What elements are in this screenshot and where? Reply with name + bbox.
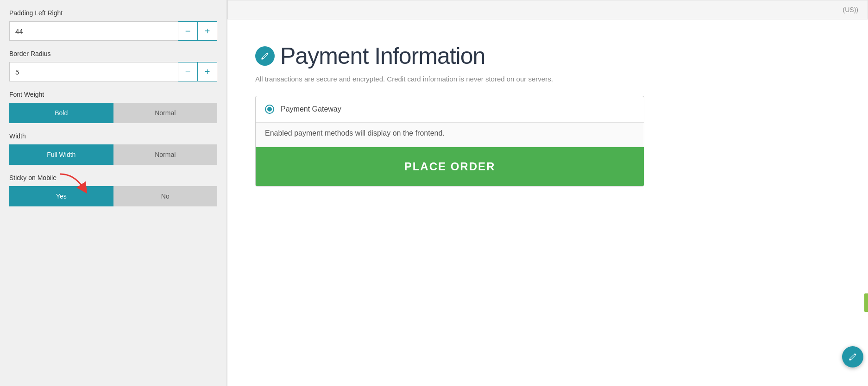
font-weight-toggle: Bold Normal — [9, 103, 217, 123]
sticky-yes-btn[interactable]: Yes — [9, 186, 113, 206]
width-full-btn[interactable]: Full Width — [9, 144, 113, 165]
payment-box: Payment Gateway Enabled payment methods … — [255, 96, 644, 187]
padding-lr-decrement[interactable]: − — [178, 21, 198, 41]
border-radius-input[interactable] — [9, 62, 178, 81]
payment-gateway-radio[interactable] — [265, 105, 274, 114]
border-radius-label: Border Radius — [9, 50, 217, 57]
payment-gateway-label: Payment Gateway — [281, 105, 341, 113]
right-panel: (US)) Payment Information All transactio… — [227, 0, 868, 386]
floating-edit-button[interactable] — [842, 346, 863, 367]
border-radius-increment[interactable]: + — [198, 62, 217, 81]
font-weight-bold-btn[interactable]: Bold — [9, 103, 113, 123]
floating-pencil-icon — [848, 352, 857, 361]
padding-lr-input[interactable] — [9, 21, 178, 41]
radio-selected-indicator — [267, 107, 272, 112]
payment-heading-row: Payment Information — [255, 43, 849, 69]
width-toggle: Full Width Normal — [9, 144, 217, 165]
padding-lr-label: Padding Left Right — [9, 9, 217, 17]
sticky-no-btn[interactable]: No — [113, 186, 218, 206]
border-radius-decrement[interactable]: − — [178, 62, 198, 81]
padding-lr-row: − + — [9, 21, 217, 41]
sticky-mobile-toggle: Yes No — [9, 186, 217, 206]
sticky-mobile-label: Sticky on Mobile — [9, 174, 217, 181]
font-weight-label: Font Weight — [9, 91, 217, 98]
font-weight-normal-btn[interactable]: Normal — [113, 103, 218, 123]
payment-edit-icon[interactable] — [255, 46, 275, 66]
left-panel: Padding Left Right − + Border Radius − +… — [0, 0, 227, 386]
padding-lr-increment[interactable]: + — [198, 21, 217, 41]
place-order-button[interactable]: PLACE ORDER — [256, 147, 644, 186]
top-bar: (US)) — [227, 0, 868, 19]
top-bar-text: (US)) — [843, 6, 858, 13]
green-tab — [864, 293, 868, 312]
payment-info-text: Enabled payment methods will display on … — [256, 122, 644, 147]
width-normal-btn[interactable]: Normal — [113, 144, 218, 165]
payment-subtitle: All transactions are secure and encrypte… — [255, 74, 607, 85]
width-label: Width — [9, 132, 217, 140]
pencil-icon — [260, 51, 270, 61]
right-content: Payment Information All transactions are… — [227, 33, 868, 205]
border-radius-row: − + — [9, 62, 217, 81]
payment-title: Payment Information — [280, 43, 485, 69]
payment-gateway-row: Payment Gateway — [256, 96, 644, 122]
